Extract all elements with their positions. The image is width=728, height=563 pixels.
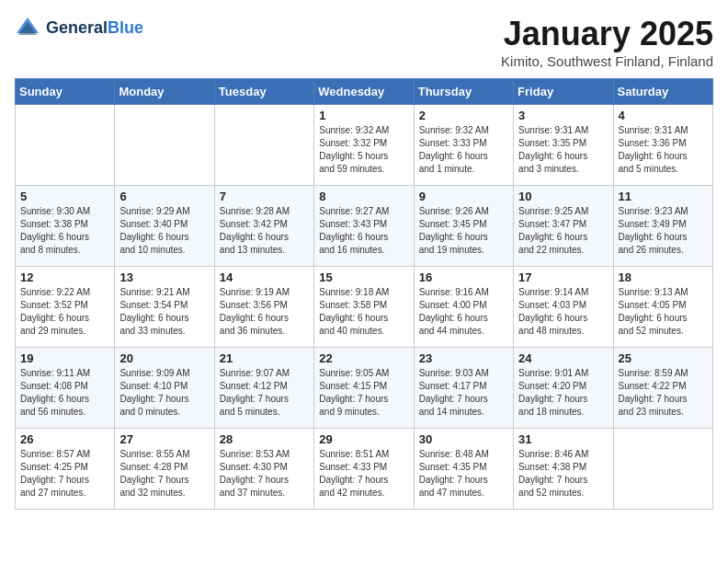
day-cell: 2Sunrise: 9:32 AM Sunset: 3:33 PM Daylig… bbox=[414, 105, 513, 186]
week-row-2: 5Sunrise: 9:30 AM Sunset: 3:38 PM Daylig… bbox=[16, 186, 713, 267]
day-number: 30 bbox=[419, 432, 508, 446]
day-cell: 29Sunrise: 8:51 AM Sunset: 4:33 PM Dayli… bbox=[314, 429, 414, 510]
day-number: 11 bbox=[619, 190, 708, 203]
day-number: 10 bbox=[518, 190, 608, 203]
weekday-header-row: SundayMondayTuesdayWednesdayThursdayFrid… bbox=[16, 79, 713, 105]
day-info: Sunrise: 8:55 AM Sunset: 4:28 PM Dayligh… bbox=[119, 449, 189, 498]
day-info: Sunrise: 9:16 AM Sunset: 4:00 PM Dayligh… bbox=[419, 287, 489, 336]
day-info: Sunrise: 9:21 AM Sunset: 3:54 PM Dayligh… bbox=[119, 287, 189, 336]
weekday-header-tuesday: Tuesday bbox=[214, 79, 313, 105]
day-info: Sunrise: 9:31 AM Sunset: 3:36 PM Dayligh… bbox=[619, 125, 688, 174]
day-info: Sunrise: 9:31 AM Sunset: 3:35 PM Dayligh… bbox=[518, 125, 588, 174]
day-cell: 21Sunrise: 9:07 AM Sunset: 4:12 PM Dayli… bbox=[214, 348, 313, 429]
logo: GeneralBlue bbox=[15, 15, 143, 40]
day-number: 4 bbox=[619, 109, 708, 122]
day-cell: 6Sunrise: 9:29 AM Sunset: 3:40 PM Daylig… bbox=[115, 186, 214, 267]
day-cell: 16Sunrise: 9:16 AM Sunset: 4:00 PM Dayli… bbox=[414, 267, 513, 348]
day-cell: 10Sunrise: 9:25 AM Sunset: 3:47 PM Dayli… bbox=[514, 186, 613, 267]
day-number: 22 bbox=[319, 351, 408, 365]
day-cell: 28Sunrise: 8:53 AM Sunset: 4:30 PM Dayli… bbox=[214, 429, 313, 510]
day-number: 20 bbox=[119, 351, 209, 365]
day-cell bbox=[613, 429, 712, 510]
logo-text: GeneralBlue bbox=[46, 18, 143, 38]
day-info: Sunrise: 9:26 AM Sunset: 3:45 PM Dayligh… bbox=[419, 206, 489, 255]
day-cell: 7Sunrise: 9:28 AM Sunset: 3:42 PM Daylig… bbox=[214, 186, 313, 267]
weekday-header-friday: Friday bbox=[514, 79, 613, 105]
day-number: 26 bbox=[20, 432, 109, 446]
day-info: Sunrise: 9:30 AM Sunset: 3:38 PM Dayligh… bbox=[20, 206, 90, 255]
weekday-header-monday: Monday bbox=[115, 79, 214, 105]
day-cell: 31Sunrise: 8:46 AM Sunset: 4:38 PM Dayli… bbox=[514, 429, 613, 510]
day-number: 19 bbox=[20, 351, 109, 365]
day-info: Sunrise: 8:53 AM Sunset: 4:30 PM Dayligh… bbox=[220, 449, 290, 498]
day-cell: 23Sunrise: 9:03 AM Sunset: 4:17 PM Dayli… bbox=[414, 348, 513, 429]
day-info: Sunrise: 9:29 AM Sunset: 3:40 PM Dayligh… bbox=[119, 206, 189, 255]
day-number: 12 bbox=[20, 270, 109, 284]
week-row-4: 19Sunrise: 9:11 AM Sunset: 4:08 PM Dayli… bbox=[16, 348, 713, 429]
day-info: Sunrise: 9:07 AM Sunset: 4:12 PM Dayligh… bbox=[220, 368, 290, 417]
day-number: 21 bbox=[220, 351, 309, 365]
day-info: Sunrise: 9:03 AM Sunset: 4:17 PM Dayligh… bbox=[419, 368, 489, 417]
day-cell: 14Sunrise: 9:19 AM Sunset: 3:56 PM Dayli… bbox=[214, 267, 313, 348]
day-number: 14 bbox=[220, 270, 309, 284]
day-cell: 15Sunrise: 9:18 AM Sunset: 3:58 PM Dayli… bbox=[314, 267, 414, 348]
day-info: Sunrise: 9:23 AM Sunset: 3:49 PM Dayligh… bbox=[619, 206, 688, 255]
day-number: 7 bbox=[220, 190, 309, 203]
week-row-1: 1Sunrise: 9:32 AM Sunset: 3:32 PM Daylig… bbox=[16, 105, 713, 186]
logo-blue: Blue bbox=[108, 18, 143, 37]
day-cell: 17Sunrise: 9:14 AM Sunset: 4:03 PM Dayli… bbox=[514, 267, 613, 348]
day-info: Sunrise: 9:09 AM Sunset: 4:10 PM Dayligh… bbox=[119, 368, 189, 417]
day-number: 1 bbox=[319, 109, 408, 122]
day-cell: 26Sunrise: 8:57 AM Sunset: 4:25 PM Dayli… bbox=[16, 429, 115, 510]
day-cell: 27Sunrise: 8:55 AM Sunset: 4:28 PM Dayli… bbox=[115, 429, 214, 510]
day-number: 23 bbox=[419, 351, 508, 365]
day-cell: 22Sunrise: 9:05 AM Sunset: 4:15 PM Dayli… bbox=[314, 348, 414, 429]
day-number: 17 bbox=[518, 270, 608, 284]
week-row-5: 26Sunrise: 8:57 AM Sunset: 4:25 PM Dayli… bbox=[16, 429, 713, 510]
week-row-3: 12Sunrise: 9:22 AM Sunset: 3:52 PM Dayli… bbox=[16, 267, 713, 348]
day-cell: 18Sunrise: 9:13 AM Sunset: 4:05 PM Dayli… bbox=[613, 267, 712, 348]
day-cell: 12Sunrise: 9:22 AM Sunset: 3:52 PM Dayli… bbox=[16, 267, 115, 348]
day-cell: 9Sunrise: 9:26 AM Sunset: 3:45 PM Daylig… bbox=[414, 186, 513, 267]
weekday-header-sunday: Sunday bbox=[16, 79, 115, 105]
day-number: 28 bbox=[220, 432, 309, 446]
day-cell: 1Sunrise: 9:32 AM Sunset: 3:32 PM Daylig… bbox=[314, 105, 414, 186]
day-number: 16 bbox=[419, 270, 508, 284]
day-cell: 4Sunrise: 9:31 AM Sunset: 3:36 PM Daylig… bbox=[613, 105, 712, 186]
day-info: Sunrise: 9:18 AM Sunset: 3:58 PM Dayligh… bbox=[319, 287, 389, 336]
day-number: 8 bbox=[319, 190, 408, 203]
day-cell: 11Sunrise: 9:23 AM Sunset: 3:49 PM Dayli… bbox=[613, 186, 712, 267]
day-number: 2 bbox=[419, 109, 508, 122]
day-info: Sunrise: 9:05 AM Sunset: 4:15 PM Dayligh… bbox=[319, 368, 389, 417]
day-info: Sunrise: 8:57 AM Sunset: 4:25 PM Dayligh… bbox=[20, 449, 90, 498]
title-area: January 2025 Kimito, Southwest Finland, … bbox=[501, 15, 713, 69]
day-cell: 19Sunrise: 9:11 AM Sunset: 4:08 PM Dayli… bbox=[16, 348, 115, 429]
day-info: Sunrise: 9:13 AM Sunset: 4:05 PM Dayligh… bbox=[619, 287, 688, 336]
day-info: Sunrise: 9:14 AM Sunset: 4:03 PM Dayligh… bbox=[518, 287, 588, 336]
day-cell: 5Sunrise: 9:30 AM Sunset: 3:38 PM Daylig… bbox=[16, 186, 115, 267]
day-cell: 3Sunrise: 9:31 AM Sunset: 3:35 PM Daylig… bbox=[514, 105, 613, 186]
month-title: January 2025 bbox=[501, 15, 713, 53]
day-cell: 20Sunrise: 9:09 AM Sunset: 4:10 PM Dayli… bbox=[115, 348, 214, 429]
day-cell: 8Sunrise: 9:27 AM Sunset: 3:43 PM Daylig… bbox=[314, 186, 414, 267]
day-number: 13 bbox=[119, 270, 209, 284]
day-cell bbox=[214, 105, 313, 186]
day-cell bbox=[16, 105, 115, 186]
day-number: 24 bbox=[518, 351, 608, 365]
day-info: Sunrise: 9:32 AM Sunset: 3:33 PM Dayligh… bbox=[419, 125, 489, 174]
day-cell: 13Sunrise: 9:21 AM Sunset: 3:54 PM Dayli… bbox=[115, 267, 214, 348]
day-number: 18 bbox=[619, 270, 708, 284]
weekday-header-saturday: Saturday bbox=[613, 79, 712, 105]
day-cell bbox=[115, 105, 214, 186]
page-header: GeneralBlue January 2025 Kimito, Southwe… bbox=[15, 15, 713, 69]
day-number: 5 bbox=[20, 190, 109, 203]
day-number: 29 bbox=[319, 432, 408, 446]
day-number: 15 bbox=[319, 270, 408, 284]
day-info: Sunrise: 9:01 AM Sunset: 4:20 PM Dayligh… bbox=[518, 368, 588, 417]
day-cell: 30Sunrise: 8:48 AM Sunset: 4:35 PM Dayli… bbox=[414, 429, 513, 510]
day-number: 3 bbox=[518, 109, 608, 122]
day-info: Sunrise: 8:46 AM Sunset: 4:38 PM Dayligh… bbox=[518, 449, 588, 498]
day-info: Sunrise: 9:25 AM Sunset: 3:47 PM Dayligh… bbox=[518, 206, 588, 255]
weekday-header-wednesday: Wednesday bbox=[314, 79, 414, 105]
logo-icon bbox=[15, 15, 40, 40]
